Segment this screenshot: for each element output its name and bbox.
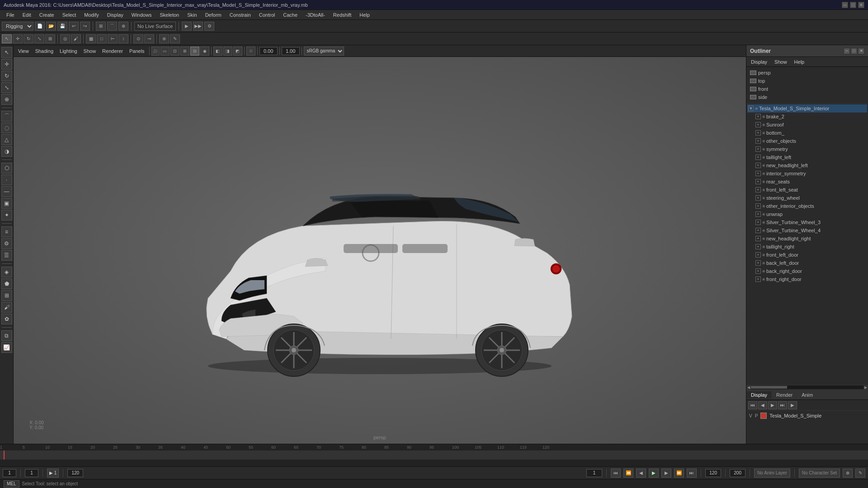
paint-effects-btn[interactable]: 🖌 [1, 302, 12, 313]
mode-dropdown[interactable]: Rigging [2, 22, 33, 31]
tree-expand-wheel3[interactable]: + [755, 220, 761, 225]
tree-item-symmetry[interactable]: + ✳ symmetry [747, 145, 867, 153]
skip-to-end-btn[interactable]: ⏭ [687, 469, 697, 478]
tree-expand-bl-door[interactable]: + [755, 260, 761, 266]
redo-button[interactable]: ↪ [80, 22, 90, 31]
vt-wireframe-btn[interactable]: ⊟ [190, 47, 199, 56]
ob-last-btn[interactable]: ⏭ [778, 401, 787, 409]
skip-to-start-btn[interactable]: ⏮ [611, 469, 621, 478]
cam-top[interactable]: top [748, 77, 866, 85]
tree-expand-fl-seat[interactable]: + [755, 187, 761, 192]
vt-view-menu[interactable]: View [15, 47, 32, 55]
cam-front[interactable]: front [748, 85, 866, 93]
sculpt-button[interactable]: ◑ [1, 146, 12, 157]
vertex-mode-btn[interactable]: · [1, 174, 12, 185]
hypershade-btn[interactable]: ⬟ [1, 278, 12, 289]
render-seq-button[interactable]: ▶▶ [193, 22, 203, 31]
render-view-btn[interactable]: ◈ [1, 267, 12, 277]
tree-item-rear-seats[interactable]: + ✳ rear_seats [747, 178, 867, 186]
frame-right-input[interactable] [586, 469, 602, 477]
vt-gamma-select[interactable]: sRGB gamma [304, 47, 344, 56]
tree-expand-hl-right[interactable]: + [755, 236, 761, 241]
tree-expand-symmetry[interactable]: + [755, 146, 761, 152]
3d-viewport[interactable]: X: 0.00 Y: 0.00 persp [14, 57, 746, 444]
cam-persp[interactable]: persp [748, 69, 866, 77]
tree-item-other-interior[interactable]: + ✳ other_interior_objects [747, 202, 867, 210]
soft-select-button[interactable]: ◎ [60, 34, 70, 43]
tree-item-wheel3[interactable]: + ✳ Silver_Turbine_Wheel_3 [747, 218, 867, 226]
tree-expand-int-sym[interactable]: + [755, 171, 761, 176]
tree-item-headlight-left[interactable]: + ✳ new_headlight_left [747, 161, 867, 169]
close-button[interactable]: ✕ [858, 2, 864, 8]
snap-point-button[interactable]: ⊕ [118, 22, 128, 31]
outliner-controls[interactable]: ─ □ ✕ [844, 48, 864, 54]
menu-create[interactable]: Create [36, 11, 58, 19]
xgen-btn[interactable]: ✿ [1, 314, 12, 324]
object-select-button[interactable]: □ [97, 34, 107, 43]
tree-item-root[interactable]: ▼ ✳ Tesla_Model_S_Simple_Interior [747, 104, 867, 113]
hierarchy-select-button[interactable]: ⊢ [108, 34, 118, 43]
ob-prev-btn[interactable]: ◀ [758, 401, 767, 409]
playback-end-input[interactable] [730, 469, 745, 477]
minimize-button[interactable]: ─ [842, 2, 848, 8]
menu-constrain[interactable]: Constrain [226, 11, 255, 19]
ob-first-btn[interactable]: ⏮ [748, 401, 757, 409]
ob-tab-anim[interactable]: Anim [797, 391, 817, 399]
tree-item-interior-sym[interactable]: + ✳ interior_symmetry [747, 169, 867, 178]
uv-editor-btn[interactable]: ⊞ [1, 290, 12, 301]
vt-show-menu[interactable]: Show [81, 47, 99, 55]
rotate-tool-button[interactable]: ↻ [24, 34, 33, 43]
vt-shade3-btn[interactable]: ◩ [233, 47, 242, 56]
tree-item-unwrap[interactable]: + ✳ unwrap [747, 210, 867, 218]
face-mode-btn[interactable]: ▣ [1, 198, 12, 209]
scale-tool-button[interactable]: ⤡ [34, 34, 44, 43]
menu-select[interactable]: Select [59, 11, 80, 19]
next-keyframe-btn[interactable]: ⏩ [674, 469, 684, 478]
menu-skin[interactable]: Skin [184, 11, 200, 19]
vt-shade-btn[interactable]: ◧ [213, 47, 222, 56]
render-button[interactable]: ▶ [182, 22, 192, 31]
tree-item-steering[interactable]: + ✳ steering_wheel [747, 194, 867, 202]
tree-expand-hl-left[interactable]: + [755, 163, 761, 168]
vt-shading-menu[interactable]: Shading [33, 47, 56, 55]
snap-grid-button[interactable]: ⊞ [96, 22, 106, 31]
tree-expand-tl-right[interactable]: + [755, 244, 761, 249]
outliner-minimize-btn[interactable]: ─ [844, 48, 850, 54]
tree-expand-tl-left[interactable]: + [755, 155, 761, 160]
vt-lighting-menu[interactable]: Lighting [57, 47, 80, 55]
end-frame-input[interactable] [67, 469, 83, 477]
outliner-menu-show[interactable]: Show [772, 58, 790, 66]
trax-editor-btn[interactable]: ⧉ [1, 330, 12, 341]
tree-expand-rear-seats[interactable]: + [755, 179, 761, 184]
character-set-selector[interactable]: No Character Set [799, 469, 840, 478]
current-frame-input[interactable] [3, 469, 16, 477]
move-tool-button[interactable]: ✛ [13, 34, 23, 43]
restore-button[interactable]: □ [850, 2, 856, 8]
outliner-right-scroll-btn[interactable]: ▶ [863, 385, 868, 389]
menu-windows[interactable]: Windows [128, 11, 156, 19]
tree-expand-steering[interactable]: + [755, 195, 761, 201]
tree-item-fr-door[interactable]: + ✳ front_right_door [747, 275, 867, 283]
open-file-button[interactable]: 📂 [46, 22, 56, 31]
tree-expand-bottom[interactable]: + [755, 130, 761, 136]
vt-smooth-btn[interactable]: ◉ [200, 47, 209, 56]
tree-item-bottom[interactable]: + ✳ bottom_ [747, 129, 867, 137]
play-btn[interactable]: ▶ [649, 469, 659, 478]
tree-expand-br-door[interactable]: + [755, 268, 761, 274]
select-mode-button[interactable]: ↖ [1, 47, 12, 58]
outliner-restore-btn[interactable]: □ [851, 48, 857, 54]
object-mode-btn[interactable]: ⬡ [1, 163, 12, 174]
tree-expand-brake2[interactable]: + [755, 114, 761, 119]
menu-edit[interactable]: Edit [19, 11, 35, 19]
joint-tool-button[interactable]: ⊙ [133, 34, 143, 43]
channel-box-btn[interactable]: ☰ [1, 250, 12, 261]
save-file-button[interactable]: 💾 [57, 22, 67, 31]
new-file-button[interactable]: 📄 [35, 22, 45, 31]
anim-layer-selector[interactable]: No Anim Layer [754, 469, 790, 478]
curve-button[interactable]: ⌒ [1, 111, 12, 122]
vt-isolate-btn[interactable]: ☉ [246, 47, 255, 56]
menu-skeleton[interactable]: Skeleton [156, 11, 183, 19]
tree-item-bl-door[interactable]: + ✳ back_left_door [747, 259, 867, 267]
tree-expand-other[interactable]: + [755, 138, 761, 144]
pick-walk-button[interactable]: ↕ [118, 34, 128, 43]
